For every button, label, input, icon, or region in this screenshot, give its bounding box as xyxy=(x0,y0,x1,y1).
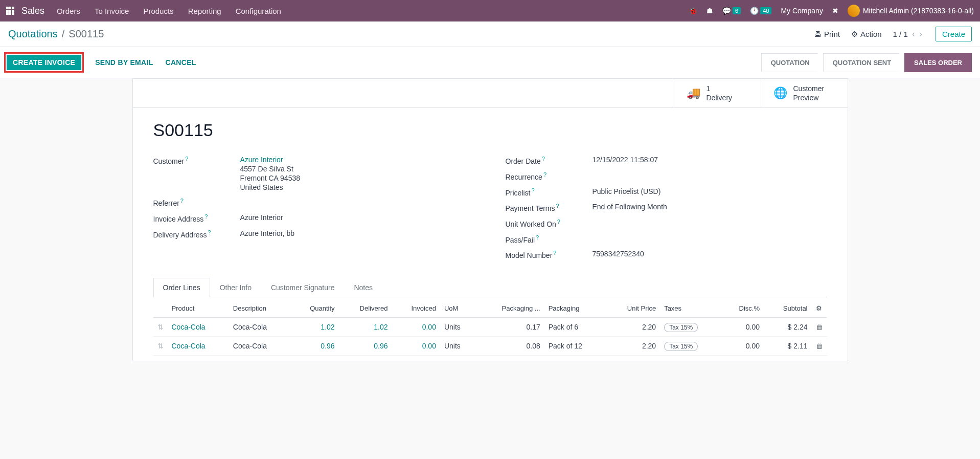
print-button[interactable]: 🖶Print xyxy=(814,30,840,38)
table-row[interactable]: ⇅Coca-ColaCoca-Cola0.960.960.00Units0.08… xyxy=(153,336,827,355)
tab-notes[interactable]: Notes xyxy=(344,278,382,297)
cell-disc[interactable]: 0.00 xyxy=(721,317,764,336)
help-icon[interactable]: ? xyxy=(208,229,211,235)
cell-product[interactable]: Coca-Cola xyxy=(172,342,206,350)
cell-delivered[interactable]: 0.96 xyxy=(374,342,388,350)
col-invoiced[interactable]: Invoiced xyxy=(392,299,440,318)
cell-quantity[interactable]: 0.96 xyxy=(321,342,334,350)
support-icon[interactable]: ☗ xyxy=(706,7,713,15)
col-taxes[interactable]: Taxes xyxy=(660,299,721,318)
app-brand[interactable]: Sales xyxy=(21,6,44,16)
label-recurrence: Recurrence? xyxy=(506,171,592,181)
bug-icon[interactable]: 🐞 xyxy=(689,7,697,15)
tab-customer-signature[interactable]: Customer Signature xyxy=(261,278,345,297)
customer-preview-button[interactable]: 🌐 CustomerPreview xyxy=(761,79,848,107)
breadcrumb-root[interactable]: Quotations xyxy=(8,28,58,40)
drag-handle-icon[interactable]: ⇅ xyxy=(157,342,164,350)
cell-invoiced[interactable]: 0.00 xyxy=(422,342,436,350)
label-passfail: Pass/Fail? xyxy=(506,234,592,244)
step-quotation[interactable]: QUOTATION xyxy=(761,53,824,72)
tools-icon[interactable]: ✖ xyxy=(832,7,838,15)
col-pkg[interactable]: Packaging xyxy=(544,299,606,318)
cell-taxes[interactable]: Tax 15% xyxy=(660,336,721,355)
cell-delivered[interactable]: 1.02 xyxy=(374,323,388,331)
tab-other-info[interactable]: Other Info xyxy=(210,278,261,297)
apps-icon[interactable] xyxy=(6,7,14,15)
value-invoice-address[interactable]: Azure Interior xyxy=(240,213,283,223)
cell-uom[interactable]: Units xyxy=(440,317,476,336)
help-icon[interactable]: ? xyxy=(180,198,184,204)
col-subtotal[interactable]: Subtotal xyxy=(764,299,811,318)
action-button[interactable]: ⚙Action xyxy=(851,30,882,39)
help-icon[interactable]: ? xyxy=(553,250,556,256)
send-by-email-button[interactable]: SEND BY EMAIL xyxy=(89,55,159,70)
table-row[interactable]: ⇅Coca-ColaCoca-Cola1.021.020.00Units0.17… xyxy=(153,317,827,336)
delivery-stat-button[interactable]: 🚚 1Delivery xyxy=(674,79,761,107)
status-steps: QUOTATION QUOTATION SENT SALES ORDER xyxy=(761,53,972,72)
help-icon[interactable]: ? xyxy=(204,213,208,220)
menu-to-invoice[interactable]: To Invoice xyxy=(95,7,129,15)
cell-unit-price[interactable]: 2.20 xyxy=(606,317,660,336)
value-delivery-address[interactable]: Azure Interior, bb xyxy=(240,229,295,239)
col-disc[interactable]: Disc.% xyxy=(721,299,764,318)
activities-icon[interactable]: 🕐40 xyxy=(750,7,771,15)
col-uom[interactable]: UoM xyxy=(440,299,476,318)
help-icon[interactable]: ? xyxy=(532,187,535,193)
help-icon[interactable]: ? xyxy=(542,156,545,162)
record-title: S00115 xyxy=(153,120,827,140)
menu-products[interactable]: Products xyxy=(143,7,173,15)
cell-description[interactable]: Coca-Cola xyxy=(229,317,290,336)
value-model-number[interactable]: 7598342752340 xyxy=(592,250,644,259)
col-unit-price[interactable]: Unit Price xyxy=(606,299,660,318)
value-pricelist[interactable]: Public Pricelist (USD) xyxy=(592,187,661,197)
pager-next-icon[interactable]: › xyxy=(919,29,922,39)
cell-unit-price[interactable]: 2.20 xyxy=(606,336,660,355)
trash-icon[interactable]: 🗑 xyxy=(816,323,823,331)
drag-handle-icon[interactable]: ⇅ xyxy=(157,323,164,331)
create-invoice-button[interactable]: CREATE INVOICE xyxy=(7,55,81,70)
help-icon[interactable]: ? xyxy=(536,234,539,241)
truck-icon: 🚚 xyxy=(687,86,700,100)
cell-subtotal: $ 2.11 xyxy=(764,336,811,355)
messaging-badge: 6 xyxy=(733,7,741,14)
col-quantity[interactable]: Quantity xyxy=(290,299,338,318)
messaging-icon[interactable]: 💬6 xyxy=(722,7,741,15)
tab-order-lines[interactable]: Order Lines xyxy=(153,278,210,297)
trash-icon[interactable]: 🗑 xyxy=(816,342,823,350)
form-sheet: 🚚 1Delivery 🌐 CustomerPreview S00115 Cus… xyxy=(132,78,848,361)
step-sales-order[interactable]: SALES ORDER xyxy=(904,53,972,72)
pager-prev-icon[interactable]: ‹ xyxy=(912,29,915,39)
cancel-button[interactable]: CANCEL xyxy=(159,55,202,70)
cell-pkg[interactable]: Pack of 12 xyxy=(544,336,606,355)
help-icon[interactable]: ? xyxy=(185,156,188,162)
help-icon[interactable]: ? xyxy=(557,218,560,225)
cell-invoiced[interactable]: 0.00 xyxy=(422,323,436,331)
cell-pkg-qty[interactable]: 0.08 xyxy=(476,336,544,355)
cell-quantity[interactable]: 1.02 xyxy=(321,323,334,331)
create-button[interactable]: Create xyxy=(936,27,972,41)
company-switcher[interactable]: My Company xyxy=(781,7,823,15)
menu-orders[interactable]: Orders xyxy=(57,7,80,15)
help-icon[interactable]: ? xyxy=(556,203,559,209)
help-icon[interactable]: ? xyxy=(543,171,546,178)
column-options-icon[interactable]: ⚙ xyxy=(816,304,822,312)
cell-disc[interactable]: 0.00 xyxy=(721,336,764,355)
col-description[interactable]: Description xyxy=(229,299,290,318)
col-product[interactable]: Product xyxy=(168,299,229,318)
cell-uom[interactable]: Units xyxy=(440,336,476,355)
col-delivered[interactable]: Delivered xyxy=(339,299,392,318)
value-order-date[interactable]: 12/15/2022 11:58:07 xyxy=(592,156,658,165)
step-quotation-sent[interactable]: QUOTATION SENT xyxy=(823,53,905,72)
menu-configuration[interactable]: Configuration xyxy=(236,7,281,15)
cell-pkg-qty[interactable]: 0.17 xyxy=(476,317,544,336)
menu-reporting[interactable]: Reporting xyxy=(188,7,221,15)
cell-description[interactable]: Coca-Cola xyxy=(229,336,290,355)
avatar xyxy=(848,5,860,17)
cell-product[interactable]: Coca-Cola xyxy=(172,323,206,331)
value-customer[interactable]: Azure Interior 4557 De Silva St Fremont … xyxy=(240,156,301,191)
col-pkg-qty[interactable]: Packaging ... xyxy=(476,299,544,318)
cell-pkg[interactable]: Pack of 6 xyxy=(544,317,606,336)
cell-taxes[interactable]: Tax 15% xyxy=(660,317,721,336)
user-menu[interactable]: Mitchell Admin (21870383-16-0-all) xyxy=(848,5,974,17)
value-payment-terms[interactable]: End of Following Month xyxy=(592,203,667,212)
